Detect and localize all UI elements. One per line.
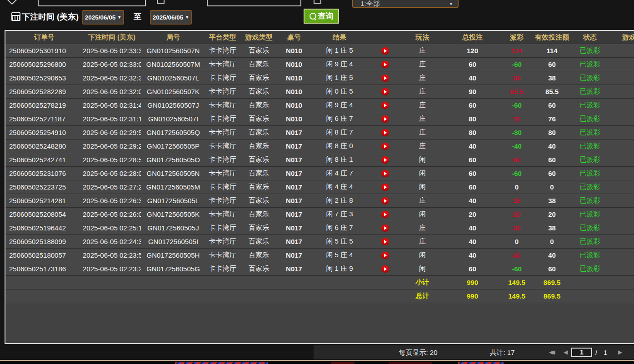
cell-platform: 卡卡湾厅 xyxy=(205,87,240,96)
total-count-label: 共计: 17 xyxy=(475,345,529,359)
cell-order-no: 250605025242741 xyxy=(5,156,83,164)
cell-play: 闲 xyxy=(401,210,444,219)
cell-order-no: 250605025254910 xyxy=(5,129,83,136)
first-page-button[interactable]: ◀◀ xyxy=(549,345,553,359)
cell-total-bet: 40 xyxy=(444,251,501,259)
page-input[interactable]: 1 xyxy=(571,348,592,357)
cell-bet-time: 2025-06-05 02:24:35 xyxy=(83,238,141,245)
cell-play: 庄 xyxy=(401,224,444,232)
cell-status: 已派彩 xyxy=(571,224,609,232)
cell-result: 闲 7 庄 3 xyxy=(310,210,369,219)
replay-icon[interactable] xyxy=(381,47,389,55)
cell-platform: 卡卡湾厅 xyxy=(205,237,240,246)
caret-down-icon: ▼ xyxy=(117,15,121,20)
date-to-select[interactable]: 2025/06/05 ▼ xyxy=(150,10,192,25)
cell-payout: 0 xyxy=(501,238,533,245)
replay-icon[interactable] xyxy=(381,197,389,204)
replay-icon[interactable] xyxy=(381,224,389,232)
cell-payout: -40 xyxy=(501,142,533,150)
cell-valid-bet: 60 xyxy=(533,60,571,68)
cell-play: 庄 xyxy=(401,196,444,205)
cell-platform: 卡卡湾厅 xyxy=(205,101,240,110)
replay-icon[interactable] xyxy=(381,170,389,177)
cell-payout: 38 xyxy=(501,74,533,82)
cell-mode: - xyxy=(609,142,634,150)
cell-table-no: N010 xyxy=(278,60,310,68)
cell-game-type: 百家乐 xyxy=(240,183,278,191)
cell-platform: 卡卡湾厅 xyxy=(205,46,240,55)
cell-game-type: 百家乐 xyxy=(240,155,278,164)
replay-icon[interactable] xyxy=(381,184,389,191)
cell-valid-bet: 40 xyxy=(533,251,571,259)
replay-icon[interactable] xyxy=(381,88,389,95)
roadmap-marks xyxy=(389,362,432,364)
cell-bet-time: 2025-06-05 02:23:25 xyxy=(83,265,141,273)
replay-icon[interactable] xyxy=(381,115,389,123)
filter-dropdown-value: 1:全部 xyxy=(360,0,380,8)
table-row: 2506050252237252025-06-05 02:27:25GN0172… xyxy=(5,180,634,194)
cell-status: 已派彩 xyxy=(571,87,609,96)
filter-dropdown[interactable]: 1:全部 ▼ xyxy=(352,0,459,8)
date-range-to-label: 至 xyxy=(134,11,141,22)
query-button[interactable]: 查询 xyxy=(304,9,339,24)
cell-payout: 38 xyxy=(501,224,533,232)
cell-result: 闲 5 庄 5 xyxy=(310,237,369,246)
cell-platform: 卡卡湾厅 xyxy=(205,60,240,69)
cell-round-no: GN0172560505I xyxy=(141,238,205,245)
cell-result: 闲 8 庄 1 xyxy=(310,155,369,164)
cell-game-type: 百家乐 xyxy=(240,46,278,55)
replay-icon[interactable] xyxy=(381,129,389,136)
replay-icon[interactable] xyxy=(381,75,389,82)
cell-table-no: N017 xyxy=(278,251,310,259)
cell-bet-time: 2025-06-05 02:29:56 xyxy=(83,129,141,136)
col-header-game-type: 游戏类型 xyxy=(240,33,278,42)
cell-game-type: 百家乐 xyxy=(240,142,278,150)
cell-table-no: N017 xyxy=(278,197,310,204)
filter-input-1[interactable] xyxy=(38,0,146,6)
cell-payout: -80 xyxy=(501,129,533,136)
cell-table-no: N017 xyxy=(278,183,310,191)
col-header-valid-bet: 有效投注额 xyxy=(533,33,571,42)
cell-result: 闲 1 庄 9 xyxy=(310,264,369,273)
table-row: 2506050252427412025-06-05 02:28:59GN0172… xyxy=(5,153,634,167)
replay-icon[interactable] xyxy=(381,156,389,164)
prev-page-button[interactable]: ◀ xyxy=(564,345,568,359)
cell-order-no: 250605025231076 xyxy=(5,170,83,177)
cell-play: 庄 xyxy=(401,237,444,246)
cell-bet-time: 2025-06-05 02:31:42 xyxy=(83,101,141,109)
cell-mode: - xyxy=(609,101,634,109)
replay-icon[interactable] xyxy=(381,238,389,245)
cell-result: 闲 2 庄 8 xyxy=(310,196,369,205)
cell-order-no: 250605025282289 xyxy=(5,88,83,95)
replay-icon[interactable] xyxy=(381,102,389,109)
cell-valid-bet: 60 xyxy=(533,101,571,109)
cell-round-no: GN0172560505K xyxy=(141,210,205,218)
filter-input-2[interactable] xyxy=(207,0,301,6)
replay-icon[interactable] xyxy=(381,211,389,218)
total-row-label: 总计 xyxy=(401,292,444,300)
col-header-bet-time: 下注时间 (美东) xyxy=(83,33,141,42)
cell-round-no: GN0102560507K xyxy=(141,88,205,95)
table-row: 2506050252549102025-06-05 02:29:56GN0172… xyxy=(5,126,634,140)
cell-platform: 卡卡湾厅 xyxy=(205,251,240,259)
col-header-round-no: 局号 xyxy=(141,33,205,42)
cell-play: 闲 xyxy=(401,183,444,191)
cell-replay xyxy=(369,88,401,95)
cell-round-no: GN0172560505O xyxy=(141,156,205,164)
pagination-bar: 每页显示: 20 共计: 17 ◀◀ ◀ 1 / 1 ▶ xyxy=(314,345,634,359)
replay-icon[interactable] xyxy=(381,252,389,259)
replay-icon[interactable] xyxy=(381,143,389,150)
date-from-select[interactable]: 2025/06/05 ▼ xyxy=(82,10,124,25)
cell-status: 已派彩 xyxy=(571,210,609,219)
replay-icon[interactable] xyxy=(381,265,389,273)
cell-mode: - xyxy=(609,74,634,82)
cell-bet-time: 2025-06-05 02:33:07 xyxy=(83,60,141,68)
replay-icon[interactable] xyxy=(381,61,389,68)
cell-platform: 卡卡湾厅 xyxy=(205,224,240,232)
next-page-button[interactable]: ▶ xyxy=(618,345,622,359)
cell-bet-time: 2025-06-05 02:27:25 xyxy=(83,183,141,191)
cell-table-no: N010 xyxy=(278,74,310,82)
cell-play: 庄 xyxy=(401,74,444,82)
cell-table-no: N017 xyxy=(278,238,310,245)
cell-replay xyxy=(369,224,401,232)
